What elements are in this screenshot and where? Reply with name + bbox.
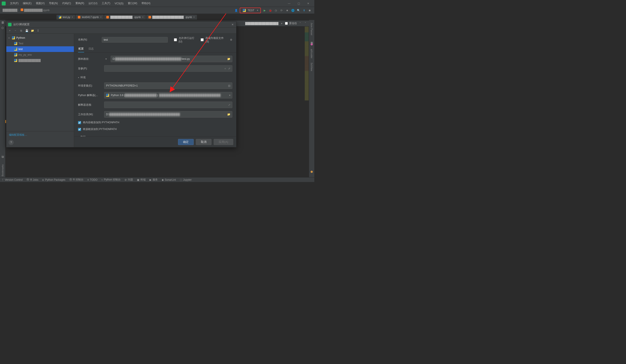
allow-parallel-checkbox[interactable]: 允许并行运行(U) — [174, 36, 197, 43]
working-dir-field[interactable]: D:\███████████████████████████████ 📁 — [104, 111, 232, 118]
status-sonarlint[interactable]: ◆ SonarLint — [162, 178, 176, 181]
interpreter-options-field[interactable]: ⤢ — [104, 102, 232, 108]
menu-edit[interactable]: 编辑(E) — [21, 1, 33, 6]
search-icon[interactable]: 🔍 — [297, 8, 300, 12]
status-r-console[interactable]: Ⓡ R 控制台 — [69, 178, 83, 182]
save-config-icon[interactable]: 💾 — [25, 29, 29, 32]
debug-icon[interactable]: 🐞 — [268, 8, 272, 12]
tab-file[interactable]: test.py × — [57, 15, 75, 20]
menu-view[interactable]: 视图(V) — [34, 1, 46, 6]
status-python-console[interactable]: ⌁ Python 控制台 — [101, 178, 121, 182]
prev-icon[interactable]: ˄ — [298, 22, 302, 25]
gear-icon[interactable]: ⚙ — [230, 38, 232, 41]
breadcrumb[interactable]: ████████ 〉 ██████████.ipynb — [2, 8, 50, 12]
tab-log[interactable]: 日志 — [88, 46, 94, 52]
browse-icon[interactable]: 📁 — [227, 57, 231, 60]
tree-root-python[interactable]: ▾ Python — [6, 35, 74, 41]
env-section-header[interactable]: ▾ 环境 — [78, 76, 232, 79]
stop-icon[interactable]: ■ — [285, 8, 289, 12]
tree-item-my-py-env[interactable]: my_py_env — [6, 52, 74, 58]
status-services[interactable]: ▶ 服务 — [150, 178, 158, 182]
expand-icon[interactable]: ⤢ — [228, 103, 231, 106]
close-tab-icon[interactable]: × — [72, 16, 73, 19]
expand-icon[interactable]: ⤢ — [228, 67, 231, 70]
tab-config[interactable]: 配置 — [78, 46, 84, 52]
close-icon[interactable]: ✕ — [231, 23, 235, 26]
user-icon[interactable]: 👤 — [234, 8, 238, 12]
cancel-button[interactable]: 取消 — [196, 139, 211, 145]
profile-icon[interactable]: ⟳ — [279, 8, 283, 12]
status-vcs[interactable]: ᚶ Version Control — [2, 178, 23, 181]
coverage-icon[interactable]: ◷ — [274, 8, 278, 12]
menu-file[interactable]: 文件(F) — [8, 1, 20, 6]
params-field[interactable]: ＋ ⤢ — [104, 65, 232, 72]
menu-help[interactable]: 帮助(H) — [140, 1, 152, 6]
menu-tools[interactable]: 工具(T) — [100, 1, 112, 6]
status-problems[interactable]: ⊘ 问题 — [124, 178, 133, 182]
add-config-icon[interactable]: ＋ — [8, 29, 11, 32]
next-icon[interactable]: ˅ — [304, 22, 307, 25]
trusted-checkbox[interactable]: 受信任 — [285, 22, 297, 25]
sciview-tab[interactable]: SciView — [311, 62, 313, 72]
name-input[interactable] — [102, 37, 168, 43]
status-jupyter[interactable]: ◌ Jupyter — [180, 178, 192, 181]
aixcoder-tab[interactable]: aiXcoder — [311, 48, 313, 59]
chevron-down-icon[interactable]: ▾ — [280, 22, 284, 25]
structure-tab[interactable]: 结构 — [1, 159, 4, 161]
sort-icon[interactable]: ↧ — [36, 29, 40, 32]
menu-code[interactable]: 代码(C) — [60, 1, 73, 6]
status-python-packages[interactable]: ⧈ Python Packages — [42, 178, 65, 181]
tab-file[interactable]: █████████████████.ipynb × — [146, 15, 197, 20]
tab-file[interactable]: ████████████.ipynb × — [104, 15, 146, 20]
env-vars-field[interactable]: PYTHONUNBUFFERED=1 ▤ — [104, 82, 232, 89]
locale-icon[interactable]: 🌐 — [291, 8, 295, 12]
status-terminal[interactable]: ▣ 终端 — [137, 178, 146, 182]
json-parser-tab[interactable]: Json Parser — [311, 22, 313, 36]
add-content-roots-checkbox[interactable]: 将内容根添加到 PYTHONPATH — [78, 121, 232, 124]
browse-icon[interactable]: 📁 — [227, 113, 231, 116]
tree-item-pixelated[interactable]: ████████████ — [6, 58, 74, 63]
add-icon[interactable]: ＋ — [224, 67, 227, 71]
list-icon[interactable]: ▤ — [228, 84, 231, 87]
status-todo[interactable]: ≡ TODO — [87, 178, 97, 181]
database-tab[interactable]: 数据库 — [310, 39, 313, 41]
script-path-field[interactable]: D:█████████████████████████████\test.py … — [111, 56, 232, 62]
run-icon[interactable]: ▶ — [263, 8, 267, 12]
close-tab-icon[interactable]: × — [193, 16, 195, 19]
run-config-selector[interactable]: TEST ▼ — [240, 8, 261, 13]
minimap-scrollbar[interactable] — [305, 27, 309, 100]
tree-item-test-upper[interactable]: Test — [6, 41, 74, 46]
bookmarks-tab[interactable]: Bookmarks — [1, 163, 4, 177]
commit-icon[interactable]: ⎔ — [1, 27, 4, 30]
ok-button[interactable]: 确定 — [178, 139, 194, 145]
update-icon[interactable]: ⬆ — [302, 8, 306, 12]
tab-file[interactable]: test0417.ipynb × — [76, 15, 104, 20]
store-project-file-checkbox[interactable]: 存储为项目文件(S) — [201, 36, 227, 43]
notification-icon[interactable] — [311, 171, 313, 173]
menu-run[interactable]: 运行(U) — [87, 1, 99, 6]
execute-section-header[interactable]: ▾ 执行 — [78, 135, 232, 137]
menu-navigate[interactable]: 导航(N) — [47, 1, 60, 6]
maximize-icon[interactable]: ▢ — [294, 1, 303, 6]
remove-config-icon[interactable]: － — [14, 29, 17, 32]
help-icon[interactable]: ? — [8, 140, 14, 145]
ide-features-icon[interactable]: ⏺ — [308, 8, 312, 12]
close-tab-icon[interactable]: × — [142, 16, 144, 19]
close-window-icon[interactable]: ✕ — [304, 1, 313, 6]
add-source-roots-checkbox[interactable]: 将源根添加到 PYTHONPATH — [78, 127, 232, 131]
edit-templates-link[interactable]: 编辑配置模板… — [9, 133, 27, 136]
close-tab-icon[interactable]: × — [100, 16, 102, 19]
copy-config-icon[interactable]: ⧉ — [19, 29, 23, 32]
notifications-tab[interactable]: 通知 — [310, 175, 313, 177]
menu-window[interactable]: 窗口(W) — [126, 1, 139, 6]
project-icon[interactable]: ▥ — [1, 21, 4, 24]
status-r-jobs[interactable]: Ⓡ R Jobs — [27, 178, 38, 182]
minimize-icon[interactable]: — — [285, 1, 293, 6]
menu-refactor[interactable]: 重构(R) — [74, 1, 86, 6]
menu-vcs[interactable]: VCS(S) — [113, 1, 125, 6]
notebook-controls[interactable]: ██████████████████ — [245, 22, 278, 25]
folder-icon[interactable]: 📁 — [31, 29, 34, 32]
chevron-down-icon[interactable]: ▾ — [104, 57, 108, 61]
apply-button[interactable]: 应用(A) — [214, 139, 233, 145]
aixcoder-icon[interactable] — [311, 43, 313, 45]
